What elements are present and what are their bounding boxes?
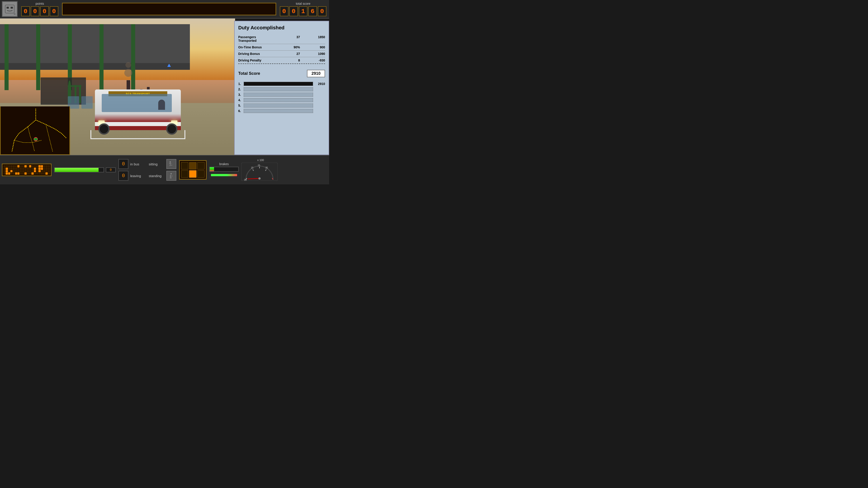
svg-line-28 bbox=[248, 178, 259, 179]
minimap bbox=[0, 106, 70, 155]
svg-rect-9 bbox=[170, 164, 170, 165]
svg-rect-7 bbox=[169, 161, 171, 163]
bus-front-window bbox=[102, 94, 172, 112]
wheel-left bbox=[98, 123, 110, 135]
in-bus-count: 0 bbox=[119, 159, 128, 169]
station-roof bbox=[0, 24, 190, 65]
svg-rect-10 bbox=[169, 165, 170, 166]
minimap-svg bbox=[1, 106, 70, 155]
led-dot-51 bbox=[29, 170, 31, 172]
led-dot-27 bbox=[20, 168, 22, 170]
lb-rank-1: 1. bbox=[238, 82, 244, 86]
led-dot-16 bbox=[41, 165, 43, 167]
wheel-right bbox=[166, 123, 178, 135]
stat-value-ontime: 90% bbox=[285, 44, 303, 50]
total-score-label: total score bbox=[296, 2, 311, 5]
led-dot-29 bbox=[24, 168, 26, 170]
grid-cell-6 bbox=[197, 170, 205, 177]
led-dot-75 bbox=[38, 172, 40, 175]
led-dot-40 bbox=[3, 170, 5, 172]
points-digit-4: 0 bbox=[50, 6, 58, 16]
driver-silhouette bbox=[158, 100, 165, 110]
lb-score-1: 2910 bbox=[315, 82, 325, 86]
led-dot-24 bbox=[13, 168, 15, 170]
stat-row-driving-bonus: Driving Bonus 27 1090 bbox=[238, 51, 325, 57]
led-dot-46 bbox=[18, 170, 20, 172]
points-digits: 0 0 0 0 bbox=[21, 6, 58, 16]
led-dot-28 bbox=[22, 168, 24, 170]
total-digit-3: 1 bbox=[299, 6, 307, 16]
lb-rank-6: 6. bbox=[238, 109, 244, 113]
led-dot-59 bbox=[48, 170, 50, 172]
stat-row-driving-penalty: Driving Penalty 8 -930 bbox=[238, 58, 325, 63]
stat-label-passengers: PassengersTransported bbox=[238, 34, 285, 43]
lb-bar-1 bbox=[244, 82, 313, 86]
stat-label-driving-bonus: Driving Bonus bbox=[238, 51, 285, 57]
led-dot-15 bbox=[38, 165, 40, 167]
speedometer: x 100 05 15 25 35 bbox=[241, 159, 280, 181]
leaving-count: 0 bbox=[119, 171, 128, 181]
passenger-section: 0 in bus 0 leaving bbox=[119, 159, 146, 181]
duty-panel: Duty Accomplished PassengersTransported … bbox=[234, 21, 329, 155]
led-dot-54 bbox=[36, 170, 38, 172]
svg-rect-16 bbox=[170, 176, 171, 176]
led-dot-30 bbox=[27, 168, 29, 170]
lb-rank-3: 3. bbox=[238, 93, 244, 96]
progress-bar-section: 0 bbox=[54, 167, 116, 172]
led-dot-9 bbox=[24, 165, 26, 167]
grid-cell-3 bbox=[197, 162, 205, 169]
leaving-label: leaving bbox=[130, 174, 146, 178]
grid-cell-2 bbox=[189, 162, 196, 169]
divider-4 bbox=[238, 63, 325, 64]
grid-cell-1 bbox=[181, 162, 188, 169]
led-dot-1 bbox=[6, 165, 8, 167]
led-dot-26 bbox=[18, 168, 20, 170]
led-dot-3 bbox=[10, 165, 12, 167]
led-dot-14 bbox=[36, 165, 38, 167]
led-dot-42 bbox=[8, 170, 10, 172]
railing-bar bbox=[68, 86, 81, 87]
lb-bar-fill-1 bbox=[244, 82, 313, 86]
led-dot-76 bbox=[41, 172, 43, 175]
stat-label-ontime: On-Time Bonus bbox=[238, 44, 285, 50]
led-dot-45 bbox=[15, 170, 17, 172]
led-dot-74 bbox=[36, 172, 38, 175]
in-bus-row: 0 in bus bbox=[119, 159, 146, 169]
led-dot-48 bbox=[22, 170, 24, 172]
led-dot-53 bbox=[34, 170, 36, 172]
duty-title: Duty Accomplished bbox=[238, 25, 325, 31]
led-dot-7 bbox=[20, 165, 22, 167]
led-dot-68 bbox=[22, 172, 24, 175]
total-score-digits: 0 0 1 6 0 bbox=[280, 6, 327, 16]
led-dot-77 bbox=[43, 172, 45, 175]
lb-bar-6 bbox=[244, 109, 313, 113]
led-dot-21 bbox=[6, 168, 8, 170]
total-digit-5: 0 bbox=[318, 6, 327, 16]
led-display bbox=[2, 164, 52, 176]
lb-rank-2: 2. bbox=[238, 88, 244, 91]
smoke-2 bbox=[125, 62, 131, 68]
progress-value: 0 bbox=[106, 167, 116, 172]
stat-value-driving-penalty: 8 bbox=[285, 58, 303, 63]
led-dot-35 bbox=[38, 168, 40, 170]
lb-rank-4: 4. bbox=[238, 98, 244, 102]
points-section: points 0 0 0 0 bbox=[21, 2, 58, 16]
led-dot-31 bbox=[29, 168, 31, 170]
led-dot-64 bbox=[13, 172, 15, 175]
led-dot-10 bbox=[27, 165, 29, 167]
side-window-1 bbox=[81, 96, 93, 109]
sitting-standing-section: sitting standing bbox=[149, 159, 176, 181]
led-dot-58 bbox=[45, 170, 48, 172]
svg-rect-0 bbox=[5, 5, 14, 13]
led-dot-18 bbox=[45, 165, 48, 167]
svg-rect-17 bbox=[171, 176, 173, 176]
led-dot-62 bbox=[8, 172, 10, 175]
led-dot-41 bbox=[6, 170, 8, 172]
led-dot-13 bbox=[34, 165, 36, 167]
sitting-icon bbox=[166, 159, 176, 169]
score-display: // Will be rendered as static pattern bbox=[62, 3, 276, 15]
brakes-bar bbox=[209, 167, 239, 172]
parking-line-back bbox=[90, 138, 185, 139]
led-dot-43 bbox=[10, 170, 12, 172]
lb-row-5: 5. bbox=[238, 103, 325, 107]
